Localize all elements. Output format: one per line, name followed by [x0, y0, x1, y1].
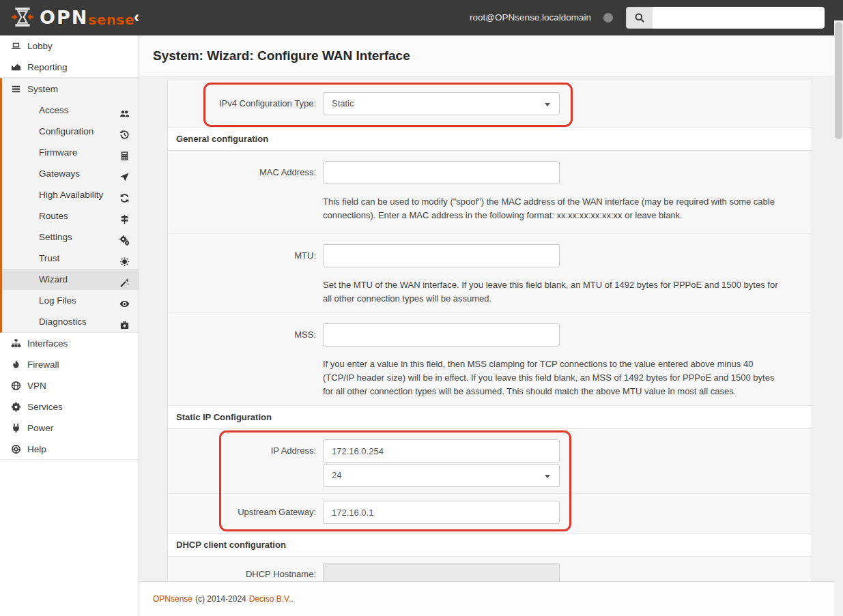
form-row-mss: MSS: If you enter a value in this field,… — [168, 312, 812, 405]
logo-text-opn: OPN — [40, 7, 88, 28]
sidebar-item-lobby[interactable]: Lobby — [0, 35, 139, 57]
gear-icon — [11, 402, 27, 412]
sidebar-item-interfaces[interactable]: Interfaces — [0, 333, 139, 354]
footer-opnsense-link[interactable]: OPNsense — [153, 594, 192, 604]
search-box — [626, 7, 825, 29]
search-input[interactable] — [653, 7, 825, 29]
sidebar-collapse-button[interactable]: ‹ — [134, 8, 139, 26]
sidebar-item-label: Routes — [39, 211, 68, 221]
laptop-icon — [11, 41, 27, 51]
sidebar-item-system[interactable]: System — [2, 78, 139, 100]
wizard-form: IPv4 Configuration Type: Static General … — [167, 80, 812, 612]
sitemap-icon — [11, 338, 27, 349]
form-row-upstream-gateway: Upstream Gateway: — [168, 493, 812, 533]
page-scrollbar — [834, 0, 843, 616]
logo-text-sense: sense — [88, 12, 134, 28]
sidebar-item-firewall[interactable]: Firewall — [0, 354, 139, 375]
search-icon — [626, 7, 653, 29]
sidebar-item-log-files[interactable]: Log Files — [2, 290, 139, 311]
ipv4-type-label: IPv4 Configuration Type: — [168, 92, 323, 115]
section-dhcp-client-configuration: DHCP client configuration — [168, 533, 812, 557]
footer-deciso-link[interactable]: Deciso B.V. — [249, 594, 291, 604]
sidebar-item-settings[interactable]: Settings — [2, 226, 139, 248]
sidebar-item-reporting[interactable]: Reporting — [0, 57, 139, 78]
top-header: OPNsense® ‹ root@OPNsense.localdomain — [0, 0, 843, 35]
ip-address-label: IP Address: — [168, 439, 323, 487]
form-row-mtu: MTU: Set the MTU of the WAN interface. I… — [168, 233, 812, 312]
main-content: System: Wizard: Configure WAN Interface … — [139, 35, 834, 616]
ip-address-input[interactable] — [323, 439, 560, 463]
sidebar-item-label: Firmware — [39, 147, 77, 158]
sidebar-item-configuration[interactable]: Configuration — [2, 121, 139, 142]
mac-address-input[interactable] — [323, 161, 560, 184]
sidebar-item-label: Lobby — [27, 35, 53, 57]
globe-icon — [11, 381, 27, 391]
mtu-input[interactable] — [323, 244, 560, 267]
sidebar-item-label: System — [27, 78, 58, 100]
sidebar-item-label: Wizard — [39, 274, 68, 284]
page-footer: OPNsense (c) 2014-2024 Deciso B.V.. — [139, 581, 834, 616]
footer-copyright: (c) 2014-2024 — [195, 594, 246, 604]
upstream-gateway-input[interactable] — [323, 501, 560, 524]
sidebar-item-access[interactable]: Access — [2, 100, 139, 121]
sidebar-item-label: Reporting — [27, 57, 68, 78]
mtu-label: MTU: — [168, 244, 323, 306]
upstream-gateway-label: Upstream Gateway: — [168, 501, 323, 524]
mtu-help: Set the MTU of the WAN interface. If you… — [323, 278, 779, 306]
sidebar-item-label: Settings — [39, 232, 72, 242]
subnet-mask-select[interactable]: 24 — [323, 464, 560, 487]
form-row-mac-address: MAC Address: This field can be used to m… — [168, 151, 812, 233]
sidebar-item-power[interactable]: Power — [0, 417, 139, 439]
sidebar-item-gateways[interactable]: Gateways — [2, 163, 139, 184]
mac-address-help: This field can be used to modify ("spoof… — [323, 195, 779, 222]
system-list-icon — [11, 84, 27, 94]
area-chart-icon — [11, 62, 27, 72]
life-ring-icon — [11, 444, 27, 454]
sidebar-item-trust[interactable]: Trust — [2, 248, 139, 269]
sidebar-item-label: Trust — [39, 253, 59, 263]
sidebar-item-routes[interactable]: Routes — [2, 205, 139, 226]
mss-label: MSS: — [168, 323, 323, 398]
ipv4-type-select[interactable]: Static — [323, 92, 560, 115]
opnsense-logo[interactable]: OPNsense® — [11, 5, 139, 29]
sidebar-item-label: High Availability — [39, 190, 103, 200]
sidebar-item-label: Firewall — [27, 354, 59, 375]
form-row-ip-address: IP Address: 24 — [168, 429, 812, 493]
section-general-configuration: General configuration — [168, 127, 812, 151]
opnsense-hourglass-icon — [11, 5, 34, 29]
form-row-ipv4-type: IPv4 Configuration Type: Static — [168, 80, 812, 127]
fire-icon — [11, 360, 27, 370]
opnsense-app: OPNsense® ‹ root@OPNsense.localdomain Lo… — [0, 0, 843, 616]
sidebar-item-vpn[interactable]: VPN — [0, 375, 139, 396]
mac-address-label: MAC Address: — [168, 161, 323, 222]
mss-input[interactable] — [323, 323, 560, 347]
status-indicator-icon[interactable] — [603, 13, 613, 23]
sidebar-item-diagnostics[interactable]: Diagnostics — [2, 311, 139, 332]
scrollbar-thumb[interactable] — [835, 22, 842, 139]
sidebar-item-firmware[interactable]: Firmware — [2, 142, 139, 163]
scrollbar-header-cap — [834, 0, 843, 20]
logged-in-user: root@OPNsense.localdomain — [470, 12, 591, 23]
sidebar-item-label: VPN — [27, 375, 46, 396]
sidebar-item-label: Services — [27, 396, 63, 417]
page-header: System: Wizard: Configure WAN Interface — [139, 35, 834, 76]
section-static-ip-configuration: Static IP Configuration — [168, 405, 812, 429]
sidebar-item-label: Interfaces — [27, 333, 68, 354]
sidebar-nav: Lobby Reporting System Access Con — [0, 35, 139, 616]
sidebar-item-label: Diagnostics — [39, 317, 87, 327]
sidebar-item-label: Configuration — [39, 126, 94, 136]
plug-icon — [11, 423, 27, 433]
sidebar-item-label: Power — [27, 417, 53, 439]
sidebar-item-label: Log Files — [39, 295, 76, 306]
footer-period: . — [291, 594, 293, 604]
sidebar-item-help[interactable]: Help — [0, 439, 139, 460]
sidebar-group-system: System Access Configuration Firmware — [0, 78, 139, 333]
sidebar-item-label: Gateways — [39, 168, 80, 179]
page-title: System: Wizard: Configure WAN Interface — [153, 48, 410, 63]
sidebar-item-label: Help — [27, 439, 46, 460]
mss-help: If you enter a value in this field, then… — [323, 357, 779, 398]
sidebar-item-label: Access — [39, 105, 69, 115]
sidebar-item-high-availability[interactable]: High Availability — [2, 184, 139, 205]
sidebar-item-services[interactable]: Services — [0, 396, 139, 417]
sidebar-item-wizard[interactable]: Wizard — [2, 269, 139, 290]
